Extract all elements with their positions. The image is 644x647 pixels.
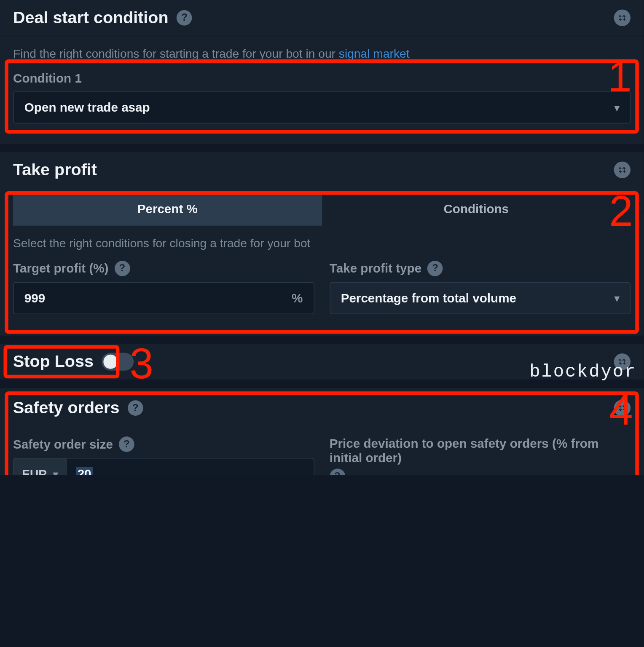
- target-profit-input[interactable]: 999 %: [13, 282, 314, 314]
- price-deviation-label: Price deviation to open safety orders (%…: [330, 436, 631, 465]
- chevron-down-icon: ▾: [614, 102, 619, 113]
- chevron-down-icon: ▾: [614, 292, 619, 304]
- tab-percent[interactable]: Percent %: [13, 192, 322, 226]
- stop-loss-toggle[interactable]: [102, 353, 134, 371]
- safety-orders-title: Safety orders: [13, 398, 119, 417]
- annotation-1: 1: [608, 52, 631, 101]
- take-profit-header: Take profit: [0, 152, 644, 188]
- take-profit-type-label: Take profit type ?: [330, 261, 631, 276]
- deal-start-section: Deal start condition ? Find the right co…: [0, 0, 644, 144]
- target-profit-value: 999: [24, 291, 45, 305]
- safety-order-size-value: 20: [76, 467, 93, 475]
- take-profit-tabs: Percent % Conditions: [0, 192, 644, 226]
- take-profit-section: Take profit Percent % Conditions Select …: [0, 152, 644, 336]
- take-profit-type-select[interactable]: Percentage from total volume ▾: [330, 282, 631, 314]
- safety-order-size-value-input[interactable]: 20: [66, 458, 314, 475]
- tab-conditions[interactable]: Conditions: [322, 192, 631, 226]
- help-icon[interactable]: ?: [330, 468, 345, 475]
- safety-orders-section: Safety orders ? Safety order size ? EUR …: [0, 388, 644, 475]
- annotation-2: 2: [609, 187, 633, 235]
- take-profit-hint: Select the right conditions for closing …: [0, 226, 644, 261]
- take-profit-type-value: Percentage from total volume: [341, 291, 516, 305]
- help-icon[interactable]: ?: [119, 436, 134, 452]
- deal-start-hint: Find the right conditions for starting a…: [0, 47, 644, 71]
- help-icon[interactable]: ?: [427, 261, 443, 276]
- annotation-3: 3: [129, 339, 153, 388]
- help-icon[interactable]: ?: [177, 10, 192, 26]
- help-icon[interactable]: ?: [128, 400, 143, 416]
- help-icon[interactable]: ?: [115, 261, 130, 276]
- chevron-down-icon: ▾: [53, 468, 58, 475]
- stop-loss-section: Stop Loss 3 blockdyor: [0, 344, 644, 380]
- safety-order-size-input[interactable]: EUR ▾ 20: [13, 458, 314, 475]
- watermark: blockdyor: [529, 362, 636, 382]
- condition-label: Condition 1: [13, 71, 631, 86]
- stop-loss-title: Stop Loss: [13, 352, 94, 371]
- deal-start-header: Deal start condition ?: [0, 0, 644, 36]
- hint-text: Find the right conditions for starting a…: [13, 47, 339, 60]
- target-profit-label: Target profit (%) ?: [13, 261, 314, 276]
- signal-market-link[interactable]: signal market: [339, 47, 410, 60]
- reorder-icon[interactable]: [614, 10, 631, 26]
- percent-suffix: %: [292, 291, 303, 305]
- safety-orders-header: Safety orders ?: [0, 388, 644, 426]
- deal-start-title: Deal start condition: [13, 8, 169, 27]
- annotation-4: 4: [609, 385, 633, 434]
- condition-select[interactable]: Open new trade asap ▾: [13, 91, 631, 123]
- condition-value: Open new trade asap: [24, 100, 150, 115]
- currency-select[interactable]: EUR ▾: [13, 458, 66, 475]
- reorder-icon[interactable]: [614, 162, 631, 178]
- safety-order-size-label: Safety order size ?: [13, 436, 314, 452]
- take-profit-title: Take profit: [13, 160, 97, 179]
